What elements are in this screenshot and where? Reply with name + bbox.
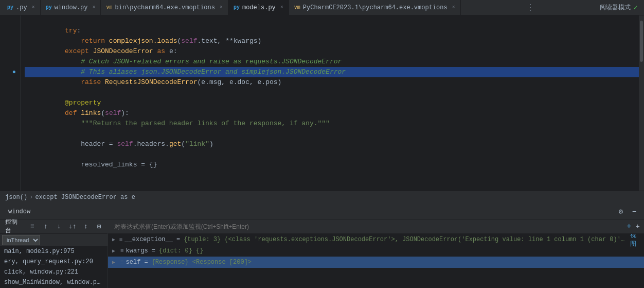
var-name: kwargs (126, 247, 148, 255)
var-value: {tuple: 3} (<class 'requests.exceptions.… (184, 236, 625, 243)
var-icon: ≡ (120, 248, 124, 254)
frame-panel: 控制台 ≡ ↑ ↓ ↓↑ ↕ ⊞ inThread main, models.p… (0, 219, 108, 288)
line-num (0, 77, 20, 88)
var-icon: ≡ (120, 259, 124, 265)
breadcrumb: json() › except JSONDecodeError as e (0, 191, 644, 203)
frame-toolbar-buttons: ≡ ↑ ↓ ↓↑ ↕ ⊞ (26, 221, 105, 233)
frame-toolbar: 控制台 ≡ ↑ ↓ ↓↑ ↕ ⊞ (0, 219, 108, 234)
line-num (0, 139, 20, 149)
frame-item[interactable]: show_MainWindow, window.py:356 (0, 277, 108, 287)
var-equals: = (152, 247, 155, 255)
breadcrumb-part-2[interactable]: except JSONDecodeError as e (35, 194, 135, 201)
panel-title: window (4, 208, 34, 215)
py-icon: py (46, 5, 52, 10)
line-num: ● (0, 67, 20, 77)
var-name: self (126, 259, 141, 266)
toolbar-btn-up[interactable]: ↑ (40, 221, 52, 233)
scrollbar-thumb[interactable] (640, 21, 643, 62)
reader-checkmark-icon: ✓ (634, 3, 638, 12)
tab-close[interactable]: × (92, 5, 95, 10)
expression-extra-button[interactable]: + (634, 223, 642, 231)
code-line: resolved_links = {} (25, 149, 639, 160)
editor-area: ● try: return complexjson.loads(self.tex… (0, 15, 644, 191)
tab-label: PyCharmCE2023.1\pycharm64.exe.vmoptions (303, 4, 448, 11)
line-num (0, 88, 20, 98)
var-name: __exception__ (124, 236, 173, 243)
toolbar-btn-updown[interactable]: ↕ (80, 221, 92, 233)
line-num (0, 26, 20, 36)
toolbar-btn-align[interactable]: ≡ (26, 221, 39, 233)
panel-header: window ⚙ − (0, 204, 644, 219)
variable-row-kwargs[interactable]: ▶ ≡ kwargs = {dict: 0} {} (108, 245, 644, 257)
line-gutter: ● (0, 15, 21, 191)
tab-close[interactable]: × (280, 5, 283, 10)
tab-label: bin\pycharm64.exe.vmoptions (115, 4, 215, 11)
tab-bar: py .py × py window.py × vm bin\pycharm64… (0, 0, 644, 15)
py-icon: py (234, 5, 240, 10)
expand-icon: ▶ (112, 259, 118, 265)
vm-icon: vm (294, 5, 300, 10)
line-numbers: ● (0, 15, 20, 170)
code-line: try: (25, 15, 639, 26)
var-icon: ≡ (119, 236, 123, 243)
tab-overflow-button[interactable]: ⋮ (522, 3, 539, 13)
reader-mode-area: 阅读器模式 ✓ (600, 3, 642, 12)
tab-vmoptions1[interactable]: vm bin\pycharm64.exe.vmoptions × (101, 0, 228, 15)
line-num (0, 108, 20, 118)
py-icon: py (7, 5, 13, 10)
tab-close[interactable]: × (220, 5, 223, 10)
vm-icon: vm (106, 5, 112, 10)
debug-main-area: 控制台 ≡ ↑ ↓ ↓↑ ↕ ⊞ inThread main, models.p… (0, 219, 644, 288)
variable-row-self[interactable]: ▶ ≡ self = {Response} <Response [200]> (108, 257, 644, 268)
var-view-link[interactable]: 视图 (630, 234, 640, 248)
vertical-scrollbar[interactable] (639, 15, 644, 191)
toolbar-btn-grid[interactable]: ⊞ (93, 221, 105, 233)
breadcrumb-part-1[interactable]: json() (5, 194, 27, 201)
line-num (0, 98, 20, 108)
line-num (0, 46, 20, 57)
tab-close[interactable]: × (452, 5, 455, 10)
var-value: {Response} <Response [200]> (152, 259, 252, 266)
line-num (0, 118, 20, 129)
code-line: header = self.headers.get("link") (25, 129, 639, 139)
line-num (0, 149, 20, 160)
frame-item[interactable]: ery, query_request.py:20 (0, 257, 108, 267)
variable-row-exception[interactable]: ▶ ≡ __exception__ = {tuple: 3} (<class '… (108, 234, 644, 245)
console-tab[interactable]: 控制台 (2, 219, 22, 236)
breadcrumb-separator: › (29, 194, 33, 201)
code-line: def links(self): (25, 98, 639, 108)
tab-window-py[interactable]: py window.py × (41, 0, 101, 15)
toolbar-btn-down-up[interactable]: ↓ (53, 221, 65, 233)
settings-button[interactable]: ⚙ (615, 206, 627, 217)
thread-selector[interactable]: inThread (2, 235, 40, 245)
line-num (0, 160, 20, 170)
line-num (0, 15, 20, 26)
toolbar-btn-down-alt[interactable]: ↓↑ (66, 221, 79, 233)
expand-icon: ▶ (112, 248, 118, 254)
var-equals: = (144, 259, 148, 266)
variables-panel: + + ▶ ≡ __exception__ = {tuple: 3} (<cla… (108, 219, 644, 288)
debug-panel: window ⚙ − 控制台 ≡ ↑ ↓ ↓↑ ↕ ⊞ (0, 203, 644, 288)
tab-vmoptions2[interactable]: vm PyCharmCE2023.1\pycharm64.exe.vmoptio… (289, 0, 461, 15)
tab-close[interactable]: × (32, 5, 35, 10)
tab-py-first[interactable]: py .py × (2, 0, 41, 15)
var-equals: = (176, 236, 180, 243)
var-value: {dict: 0} {} (159, 247, 203, 255)
add-watch-button[interactable]: + (624, 222, 634, 231)
minimize-button[interactable]: − (629, 206, 640, 217)
debug-variables: ▶ ≡ __exception__ = {tuple: 3} (<class '… (108, 234, 644, 288)
expression-input[interactable] (110, 221, 624, 233)
expand-icon: ▶ (112, 236, 117, 243)
code-editor[interactable]: try: return complexjson.loads(self.text,… (21, 15, 639, 191)
frame-item[interactable]: click, window.py:221 (0, 267, 108, 277)
reader-mode-label: 阅读器模式 (600, 3, 631, 12)
line-num (0, 129, 20, 139)
frame-list: main, models.py:975 ery, query_request.p… (0, 246, 108, 288)
line-num (0, 57, 20, 67)
tab-label: .py (16, 4, 27, 11)
expression-row: + + (108, 219, 644, 234)
code-line: return complexjson.loads(self.text, **kw… (25, 26, 639, 36)
frame-item[interactable]: main, models.py:975 (0, 246, 108, 257)
tab-models-py[interactable]: py models.py × (228, 0, 289, 15)
panel-controls: ⚙ − (615, 206, 640, 217)
